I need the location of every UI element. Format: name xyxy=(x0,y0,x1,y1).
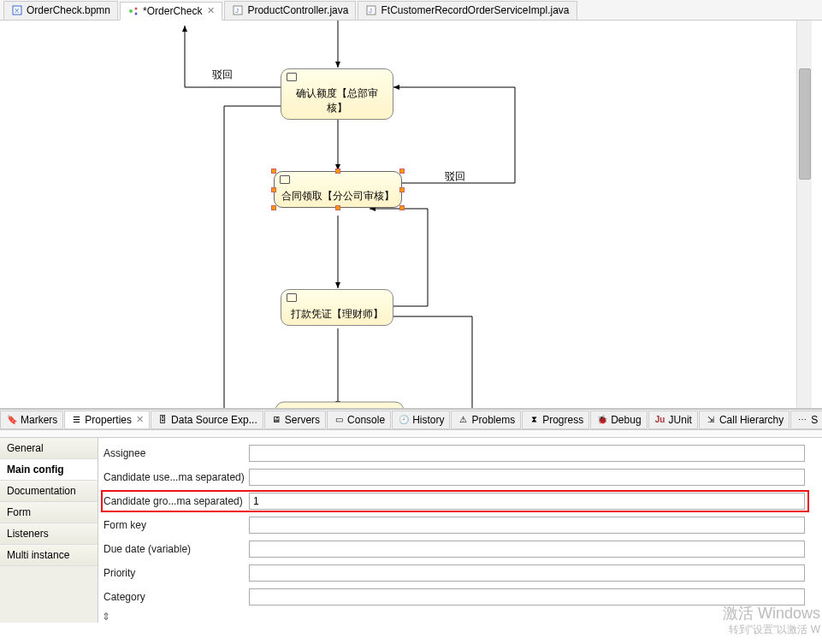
input-due-date[interactable] xyxy=(249,541,805,558)
properties-toolbar xyxy=(0,430,822,438)
user-task-icon xyxy=(280,175,290,184)
input-assignee[interactable] xyxy=(249,445,805,462)
properties-sidebar: General Main config Documentation Form L… xyxy=(0,438,98,623)
database-icon: 🗄 xyxy=(157,414,169,426)
svg-text:J: J xyxy=(369,7,372,15)
editor-tabs: X OrderCheck.bpmn *OrderCheck ✕ J Produc… xyxy=(0,0,822,21)
task-confirm-quota[interactable]: 确认额度【总部审核】 xyxy=(281,68,393,120)
sidebar-item-documentation[interactable]: Documentation xyxy=(0,481,98,502)
field-priority: Priority xyxy=(98,563,822,583)
sidebar-item-general[interactable]: General xyxy=(0,438,98,459)
junit-icon: Ju xyxy=(654,414,666,426)
input-form-key[interactable] xyxy=(249,517,805,534)
bpmn-canvas[interactable]: 驳回 驳回 确认额度【总部审核】 合同领取【分公司审核】 打款凭证【理财师】 xyxy=(0,21,822,409)
tab-overflow[interactable]: ⋯ S xyxy=(790,411,822,429)
scroll-thumb[interactable] xyxy=(799,68,811,180)
task-payment-proof[interactable]: 打款凭证【理财师】 xyxy=(281,289,393,326)
tab-label: FtCustomerRecordOrderServiceImpl.java xyxy=(381,4,569,16)
sidebar-item-main-config[interactable]: Main config xyxy=(0,459,98,481)
close-icon[interactable]: ✕ xyxy=(136,414,144,425)
field-candidate-users: Candidate use...ma separated) xyxy=(98,467,822,487)
sidebar-item-form[interactable]: Form xyxy=(0,502,98,523)
properties-icon: ☰ xyxy=(70,414,82,426)
scroll-hint-icon[interactable]: ⇕ xyxy=(98,611,822,623)
tab-ordercheck-bpmn[interactable]: X OrderCheck.bpmn xyxy=(3,1,118,20)
tab-servers[interactable]: 🖥 Servers xyxy=(264,411,326,429)
tab-history[interactable]: 🕘 History xyxy=(392,411,450,429)
problems-icon: ⚠ xyxy=(457,414,469,426)
call-hierarchy-icon: ⇲ xyxy=(705,414,717,426)
properties-fields: Assignee Candidate use...ma separated) C… xyxy=(98,438,822,623)
svg-text:X: X xyxy=(15,7,20,15)
input-candidate-users[interactable] xyxy=(249,469,805,486)
java-file-icon: J xyxy=(232,4,244,16)
flow-label-reject2: 驳回 xyxy=(445,169,465,184)
user-task-icon xyxy=(287,293,297,302)
field-candidate-groups: Candidate gro...ma separated) xyxy=(102,491,808,511)
task-contract-receive[interactable]: 合同领取【分公司审核】 xyxy=(274,171,402,208)
tab-console[interactable]: ▭ Console xyxy=(327,411,391,429)
tab-call-hierarchy[interactable]: ⇲ Call Hierarchy xyxy=(699,411,789,429)
properties-panel: General Main config Documentation Form L… xyxy=(0,429,822,623)
bottom-view-tabs: 🔖 Markers ☰ Properties ✕ 🗄 Data Source E… xyxy=(0,409,822,429)
progress-icon: ⧗ xyxy=(528,414,540,426)
tab-properties[interactable]: ☰ Properties ✕ xyxy=(64,411,150,429)
tab-label: *OrderCheck xyxy=(143,5,202,17)
tab-label: ProductController.java xyxy=(247,4,348,16)
user-task-icon xyxy=(287,73,297,81)
tab-progress[interactable]: ⧗ Progress xyxy=(522,411,589,429)
svg-point-2 xyxy=(129,9,133,13)
tab-problems[interactable]: ⚠ Problems xyxy=(451,411,521,429)
svg-rect-9 xyxy=(275,402,404,409)
flow-label-reject1: 驳回 xyxy=(212,68,233,82)
overflow-icon: ⋯ xyxy=(796,414,808,426)
bpmn-xml-icon: X xyxy=(11,4,23,16)
field-category: Category xyxy=(98,587,822,607)
field-due-date: Due date (variable) xyxy=(98,539,822,559)
console-icon: ▭ xyxy=(333,414,345,426)
svg-point-4 xyxy=(135,12,138,15)
input-priority[interactable] xyxy=(249,564,805,582)
java-file-icon: J xyxy=(365,4,377,16)
markers-icon: 🔖 xyxy=(6,414,18,426)
debug-icon: 🐞 xyxy=(596,414,608,426)
tab-label: OrderCheck.bpmn xyxy=(27,4,110,16)
tab-junit[interactable]: Ju JUnit xyxy=(648,411,698,429)
svg-text:J: J xyxy=(235,7,239,15)
close-icon[interactable]: ✕ xyxy=(207,5,215,16)
history-icon: 🕘 xyxy=(398,414,410,426)
tab-ftcustomerrecord[interactable]: J FtCustomerRecordOrderServiceImpl.java xyxy=(358,1,577,20)
servers-icon: 🖥 xyxy=(270,414,282,426)
sidebar-item-multi-instance[interactable]: Multi instance xyxy=(0,545,98,566)
bpmn-diagram-icon xyxy=(127,5,139,17)
input-candidate-groups[interactable] xyxy=(249,493,805,510)
tab-data-source-explorer[interactable]: 🗄 Data Source Exp... xyxy=(151,411,263,429)
svg-point-3 xyxy=(135,7,138,9)
tab-markers[interactable]: 🔖 Markers xyxy=(0,411,63,429)
field-assignee: Assignee xyxy=(98,443,822,464)
sidebar-item-listeners[interactable]: Listeners xyxy=(0,523,98,545)
canvas-scrollbar[interactable] xyxy=(796,21,812,408)
tab-productcontroller[interactable]: J ProductController.java xyxy=(224,1,356,20)
flow-connectors xyxy=(0,21,787,409)
field-form-key: Form key xyxy=(98,515,822,535)
tab-ordercheck-diagram[interactable]: *OrderCheck ✕ xyxy=(120,2,222,21)
tab-debug[interactable]: 🐞 Debug xyxy=(590,411,647,429)
input-category[interactable] xyxy=(249,588,805,606)
